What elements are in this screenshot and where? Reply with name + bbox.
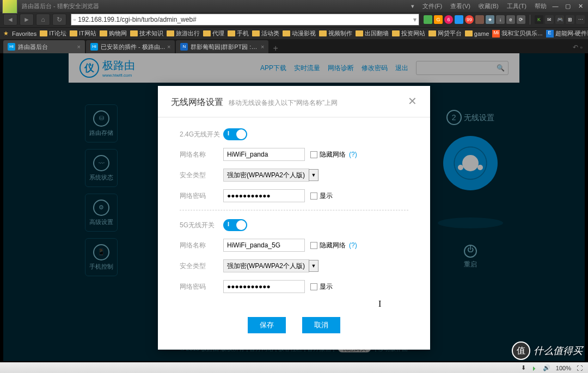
help-link[interactable]: (?) <box>349 241 357 249</box>
close-button[interactable]: ✕ <box>575 3 586 10</box>
star-icon[interactable]: ★ <box>3 30 9 37</box>
ext-icon[interactable]: e <box>506 15 515 24</box>
menu-help[interactable]: 帮助 <box>535 3 547 9</box>
chevron-down-icon[interactable]: ▼ <box>309 260 318 272</box>
bookmark-item[interactable]: Mi我和宝贝俱乐... <box>492 29 542 38</box>
maximize-button[interactable]: ▢ <box>562 3 573 10</box>
zoom-label[interactable]: 100% <box>556 365 571 371</box>
tab-router-admin[interactable]: Hi 路由器后台 × <box>3 40 85 53</box>
minimize-button[interactable]: — <box>550 3 561 9</box>
reload-button[interactable]: ↻ <box>52 14 66 26</box>
label-password: 网络密码 <box>180 282 223 291</box>
hide-network-checkbox[interactable] <box>310 242 317 249</box>
close-tab-icon[interactable]: × <box>261 43 264 50</box>
label-security: 安全类型 <box>180 262 223 271</box>
menu-bar: ▾ 文件(F) 查看(V) 收藏(B) 工具(T) 帮助 <box>408 2 550 10</box>
bookmark-item[interactable]: 代理 <box>203 29 224 38</box>
arrow-down-icon[interactable]: ▾ <box>411 3 414 9</box>
ext-icon[interactable]: ✉ <box>545 15 554 24</box>
ext-icon[interactable]: 99 <box>465 15 474 24</box>
show-password-checkbox[interactable] <box>310 283 317 290</box>
bookmark-item[interactable]: IT论坛 <box>40 29 66 38</box>
favicon-icon: Hi <box>8 43 15 51</box>
menu-file[interactable]: 文件(F) <box>422 3 442 9</box>
label-show: 显示 <box>320 282 333 291</box>
modal-subtitle: 移动无线设备接入以下“网络名称”上网 <box>229 98 338 108</box>
ext-icon[interactable] <box>475 15 484 24</box>
show-password-checkbox[interactable] <box>310 192 317 200</box>
bookmark-item[interactable]: Favorites <box>12 30 36 37</box>
favicon-icon: N <box>180 43 188 51</box>
cancel-button[interactable]: 取消 <box>302 317 340 333</box>
modal-title: 无线网络设置 <box>171 97 223 108</box>
window-title: 路由器后台 - 猎豹安全浏览器 <box>22 2 408 10</box>
label-hide: 隐藏网络 <box>320 150 346 159</box>
new-tab-button[interactable]: + <box>270 43 281 53</box>
tab-plugins[interactable]: Hi 已安装的插件 - 极路由... × <box>86 40 175 53</box>
hide-network-checkbox[interactable] <box>310 151 317 158</box>
restore-tab-icon[interactable]: ↶ ▫ <box>571 41 585 53</box>
bookmark-item[interactable]: E超能网-硬件玩... <box>546 29 588 38</box>
bookmark-item[interactable]: 购物网 <box>100 29 127 38</box>
modal-overlay: 无线网络设置 移动无线设备接入以下“网络名称”上网 ✕ 2.4G无线开关 网络名… <box>3 53 585 361</box>
ssid-5g-input[interactable] <box>223 239 305 252</box>
text-cursor-icon: I <box>378 299 381 309</box>
window-titlebar: 路由器后台 - 猎豹安全浏览器 ▾ 文件(F) 查看(V) 收藏(B) 工具(T… <box>0 0 588 12</box>
chevron-down-icon[interactable]: ▼ <box>309 169 318 181</box>
menu-tools[interactable]: 工具(T) <box>507 3 526 9</box>
ext-icon[interactable]: G <box>434 15 443 24</box>
ext-icon[interactable] <box>455 15 463 24</box>
help-link[interactable]: (?) <box>349 151 357 158</box>
accel-icon[interactable]: ⏵ <box>531 365 537 371</box>
browser-statusbar: ⬇ ⏵ 🔊 100% ⛶ <box>0 362 588 373</box>
close-tab-icon[interactable]: × <box>77 43 81 50</box>
menu-view[interactable]: 查看(V) <box>450 3 470 9</box>
bookmark-item[interactable]: 技术知识 <box>130 29 163 38</box>
dropdown-icon[interactable]: ▾ <box>413 16 416 23</box>
ext-icon[interactable]: 6 <box>444 15 453 24</box>
security-24g-select[interactable]: 强加密(WPA/WPA2个人版) <box>223 169 309 182</box>
watermark-text: 什么值得买 <box>534 344 583 357</box>
password-5g-input[interactable] <box>223 280 305 293</box>
forward-button[interactable]: ► <box>20 14 34 26</box>
password-24g-input[interactable] <box>223 189 305 202</box>
security-5g-select[interactable]: 强加密(WPA/WPA2个人版) <box>223 259 309 272</box>
ext-icon[interactable]: 🎮 <box>555 15 564 24</box>
bookmark-item[interactable]: IT网站 <box>70 29 96 38</box>
toggle-24g[interactable] <box>223 128 247 140</box>
ext-icon[interactable]: ⟳ <box>517 15 525 24</box>
download-icon[interactable]: ⬇ <box>521 364 526 371</box>
bookmark-item[interactable]: 视频制作 <box>319 29 352 38</box>
label-password: 网络密码 <box>180 191 223 201</box>
toggle-5g[interactable] <box>223 219 247 231</box>
bookmark-item[interactable]: 旅游出行 <box>167 29 200 38</box>
ext-icon[interactable]: ↓ <box>496 15 505 24</box>
sound-icon[interactable]: 🔊 <box>543 364 550 371</box>
bookmarks-bar: ★ Favorites IT论坛 IT网站 购物网 技术知识 旅游出行 代理 手… <box>0 27 588 39</box>
address-bar[interactable]: ▫ 192.168.199.1/cgi-bin/turbo/admin_web#… <box>71 14 419 26</box>
ssid-24g-input[interactable] <box>223 148 305 161</box>
tab-pt[interactable]: N 群影葡萄园|群影PT园 :: ... × <box>176 40 268 53</box>
bookmark-item[interactable]: game <box>465 30 489 37</box>
ext-icon[interactable]: K <box>535 15 543 24</box>
bookmark-item[interactable]: 投资网站 <box>392 29 425 38</box>
fullscreen-icon[interactable]: ⛶ <box>577 365 583 371</box>
url-text: 192.168.199.1/cgi-bin/turbo/admin_web# <box>78 16 197 23</box>
favicon-icon: Hi <box>90 43 98 51</box>
save-button[interactable]: 保存 <box>248 317 286 333</box>
bookmark-item[interactable]: 网贷平台 <box>428 29 462 38</box>
user-avatar[interactable] <box>2 0 17 14</box>
modal-close-button[interactable]: ✕ <box>408 95 417 108</box>
ext-icon[interactable]: ⊞ <box>566 15 574 24</box>
home-button[interactable]: ⌂ <box>36 14 50 26</box>
bookmark-item[interactable]: 活动类 <box>252 29 279 38</box>
close-tab-icon[interactable]: × <box>167 43 170 50</box>
bookmark-item[interactable]: 动漫影视 <box>283 29 316 38</box>
back-button[interactable]: ◄ <box>3 14 17 26</box>
bookmark-item[interactable]: 出国翻墙 <box>356 29 389 38</box>
menu-favorites[interactable]: 收藏(B) <box>479 3 499 9</box>
bookmark-item[interactable]: 手机 <box>228 29 249 38</box>
ext-icon[interactable]: ★ <box>486 15 494 24</box>
menu-icon[interactable]: ⋯ <box>576 15 585 24</box>
ext-icon[interactable] <box>424 15 432 24</box>
